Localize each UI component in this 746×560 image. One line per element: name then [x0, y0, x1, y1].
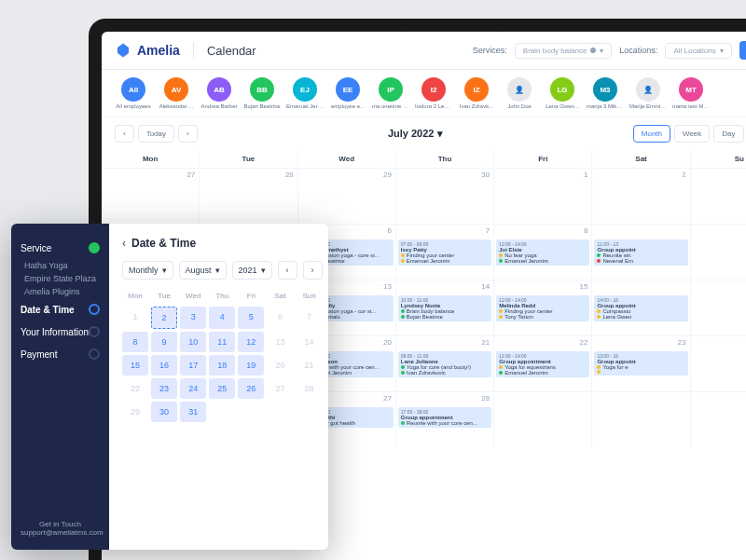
employee-avatar[interactable]: MTmarta test Moys Tebroy	[672, 77, 710, 109]
mini-day[interactable]: 27	[267, 378, 293, 399]
calendar-cell[interactable]: 2109:00 - 11:00Lane JulianneYoga for cor…	[396, 335, 494, 391]
calendar-cell[interactable]: 28	[200, 168, 297, 224]
mini-day[interactable]: 20	[267, 355, 293, 376]
employee-avatar[interactable]: ABAndrea Barber	[200, 77, 238, 109]
mini-day[interactable]: 30	[151, 402, 177, 422]
calendar-cell[interactable]: 1	[494, 168, 592, 224]
calendar-event[interactable]: 10:00 - 11:00Lyndsey NonieBrain body bal…	[398, 295, 491, 321]
view-day[interactable]: Day	[713, 125, 743, 143]
chevron-down-icon: ▾	[162, 266, 167, 275]
mini-day[interactable]: 4	[209, 307, 235, 329]
next-button[interactable]: ›	[178, 125, 198, 143]
calendar-cell[interactable]: 2	[592, 168, 690, 224]
view-week[interactable]: Week	[674, 125, 710, 143]
mini-day[interactable]: 28	[296, 378, 322, 399]
mini-day[interactable]: 10	[180, 332, 206, 352]
mini-day[interactable]: 25	[209, 378, 235, 399]
employee-avatar[interactable]: 👤Marija Emmi Marija Tess	[629, 77, 667, 109]
mini-day[interactable]: 31	[180, 402, 206, 422]
employee-avatar[interactable]: 👤John Doe	[501, 77, 538, 109]
calendar-cell[interactable]	[691, 391, 746, 447]
calendar-event[interactable]: 09:00 - 11:00Lane JulianneYoga for core …	[398, 351, 491, 377]
calendar-cell[interactable]	[691, 224, 746, 280]
year-select[interactable]: 2021▾	[232, 261, 272, 280]
calendar-cell[interactable]: 30	[396, 168, 494, 224]
mini-day[interactable]: 7	[296, 307, 322, 329]
mini-day[interactable]: 2	[151, 307, 177, 329]
back-icon[interactable]: ‹	[122, 237, 126, 250]
services-filter[interactable]: Brain body balance▾	[515, 43, 613, 59]
mini-day[interactable]: 21	[296, 355, 322, 376]
mini-day[interactable]: 26	[238, 378, 264, 399]
month-title[interactable]: July 2022 ▾	[388, 128, 443, 140]
calendar-cell[interactable]: 14:00 - 16Group appointCompassioLena Gwe…	[592, 280, 690, 335]
calendar-cell[interactable]: 2313:00 - 16Group appointYoga for e	[592, 335, 690, 391]
employee-avatar[interactable]: M3marija 3 Mike Sober	[587, 77, 624, 109]
calendar-event[interactable]: 14:00 - 16Group appointCompassioLena Gwe…	[594, 295, 687, 321]
mini-day[interactable]: 5	[238, 307, 264, 329]
calendar-cell[interactable]: 812:00 - 14:00Joi ElsieNo fear yogaEmanu…	[494, 224, 592, 280]
mini-day[interactable]: 14	[296, 332, 322, 352]
calendar-event[interactable]: 17:00 - 18:00Group appointmentReunite wi…	[398, 407, 491, 428]
mini-day[interactable]: 13	[267, 332, 293, 352]
calendar-event[interactable]: 12:00 - 14:00Melinda ReddFinding your ce…	[496, 295, 589, 321]
view-month[interactable]: Month	[633, 125, 670, 143]
calendar-cell[interactable]	[494, 391, 592, 447]
step-service[interactable]: Service	[21, 237, 100, 259]
mini-day[interactable]: 22	[122, 378, 148, 399]
calendar-cell[interactable]	[691, 168, 746, 224]
circle-icon	[89, 304, 100, 315]
calendar-cell[interactable]: 29	[298, 168, 396, 224]
mini-day[interactable]: 24	[180, 378, 206, 399]
employee-avatar[interactable]: LGLena Gwen...	[544, 77, 581, 109]
calendar-cell[interactable]	[691, 335, 746, 391]
month-select[interactable]: August▾	[179, 261, 227, 280]
mini-day[interactable]: 17	[180, 355, 206, 376]
mini-day[interactable]: 29	[122, 402, 148, 422]
employee-avatar[interactable]: I2Isidora 2 Lexie Erne	[415, 77, 452, 109]
employee-avatar[interactable]: IPma onetime Emily Erne	[372, 77, 409, 109]
calendar-event[interactable]: 11:00 - 13Group appointReunite witNevena…	[594, 239, 687, 266]
employee-avatar[interactable]: AVAleksandar ...	[158, 77, 195, 109]
mini-day[interactable]: 16	[151, 355, 177, 376]
mini-day[interactable]: 3	[180, 307, 206, 329]
step-datetime[interactable]: Date & Time	[21, 298, 100, 321]
calendar-event[interactable]: 12:00 - 14:00Joi ElsieNo fear yogaEmanue…	[496, 239, 589, 266]
mini-day[interactable]: 9	[151, 332, 177, 352]
calendar-cell[interactable]: 27	[102, 168, 200, 224]
mini-day[interactable]: 19	[238, 355, 264, 376]
mini-day[interactable]: 6	[267, 307, 293, 329]
locations-filter[interactable]: All Locations▾	[665, 43, 731, 59]
calendar-cell[interactable]: 2817:00 - 18:00Group appointmentReunite …	[396, 391, 494, 447]
mini-prev-button[interactable]: ‹	[278, 261, 297, 280]
employee-avatar[interactable]: EJEmanuel Jeronim	[286, 77, 324, 109]
mini-day[interactable]: 1	[122, 307, 148, 329]
employee-avatar[interactable]: EEemployee e...	[329, 77, 366, 109]
today-button[interactable]: Today	[138, 125, 174, 143]
mini-day[interactable]: 12	[238, 332, 264, 352]
calendar-cell[interactable]: 11:00 - 13Group appointReunite witNevena…	[592, 224, 690, 280]
calendar-event[interactable]: 07:00 - 09:00Issy PattyFinding your cent…	[398, 239, 491, 266]
mini-day[interactable]: 11	[209, 332, 235, 352]
employee-avatar[interactable]: BBBojan Beatrice	[243, 77, 281, 109]
calendar-cell[interactable]	[691, 280, 746, 335]
frequency-select[interactable]: Monthly▾	[122, 261, 173, 280]
calendar-event[interactable]: 11:00 - 14:00Group appointmentYoga for e…	[496, 351, 589, 377]
calendar-cell[interactable]	[592, 391, 690, 447]
new-button[interactable]: + Ne	[739, 41, 746, 60]
calendar-cell[interactable]: 1410:00 - 11:00Lyndsey NonieBrain body b…	[396, 280, 494, 335]
calendar-event[interactable]: 13:00 - 16Group appointYoga for e	[594, 351, 687, 376]
mini-next-button[interactable]: ›	[303, 261, 323, 280]
step-info[interactable]: Your Information	[21, 321, 100, 343]
employee-avatar[interactable]: AllAll employees	[115, 77, 152, 109]
mini-day[interactable]: 15	[122, 355, 148, 376]
mini-day[interactable]: 18	[209, 355, 235, 376]
mini-day[interactable]: 8	[122, 332, 148, 352]
calendar-cell[interactable]: 1512:00 - 14:00Melinda ReddFinding your …	[494, 280, 592, 335]
calendar-cell[interactable]: 707:00 - 09:00Issy PattyFinding your cen…	[396, 224, 494, 280]
employee-avatar[interactable]: IZIvan Zdravk...	[458, 77, 495, 109]
mini-day[interactable]: 23	[151, 378, 177, 399]
step-payment[interactable]: Payment	[21, 343, 100, 365]
prev-button[interactable]: ‹	[115, 125, 134, 143]
calendar-cell[interactable]: 2211:00 - 14:00Group appointmentYoga for…	[494, 335, 592, 391]
